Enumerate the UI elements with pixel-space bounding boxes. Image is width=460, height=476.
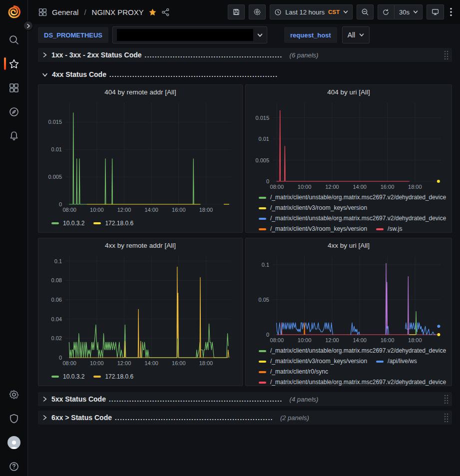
legend-item[interactable]: /api/live/ws: [376, 356, 417, 367]
sidebar-item-help[interactable]: [0, 460, 27, 473]
chevron-down-icon: [42, 72, 48, 77]
legend-item[interactable]: /_matrix/client/r0/sync: [259, 367, 328, 377]
legend-swatch: [259, 197, 266, 199]
gear-icon: [8, 389, 19, 400]
panel-title[interactable]: 4xx by remote addr [All]: [38, 238, 242, 252]
drag-dots-icon: [444, 394, 449, 404]
legend-swatch: [93, 376, 101, 378]
svg-text:12:00: 12:00: [325, 337, 339, 343]
panel-title[interactable]: 4xx by uri [All]: [246, 238, 452, 252]
legend-item[interactable]: /_matrix/client/v3/room_keys/version: [259, 356, 367, 367]
datasource-variable-dropdown[interactable]: [112, 26, 267, 43]
legend-item[interactable]: 10.0.3.2: [51, 372, 84, 382]
request-host-variable-label: request_host: [290, 31, 331, 39]
svg-text:0.08: 0.08: [51, 277, 62, 283]
row-drag-handle[interactable]: [444, 413, 449, 423]
sidebar-item-dashboards[interactable]: [0, 81, 27, 94]
refresh-icon: [382, 8, 390, 16]
svg-text:10:00: 10:00: [298, 184, 312, 190]
legend-item[interactable]: /_matrix/client/v3/room_keys/version: [259, 203, 367, 213]
panel-4xx-by-remote-addr: 4xx by remote addr [All] 08:0010:0012:00…: [38, 238, 243, 386]
svg-text:12:00: 12:00: [325, 184, 339, 190]
panel-title[interactable]: 404 by uri [All]: [246, 85, 452, 99]
sidebar-nav-top: [0, 33, 27, 142]
save-dashboard-button[interactable]: [228, 4, 245, 19]
breadcrumb-folder[interactable]: General: [52, 8, 78, 16]
legend-swatch: [259, 228, 266, 230]
svg-text:0: 0: [59, 355, 62, 361]
sidebar-item-starred[interactable]: [0, 57, 27, 70]
panel-404-by-remote-addr: 404 by remote addr [All] 08:0010:0012:00…: [38, 84, 243, 233]
legend-swatch: [376, 361, 384, 363]
timeseries-chart[interactable]: 08:0010:0012:0014:0016:0018:0000.0050.01…: [250, 99, 448, 191]
dashboard-row-5xx[interactable]: 5xx Status Code ........................…: [38, 392, 452, 406]
svg-text:08:00: 08:00: [270, 337, 284, 343]
row-panel-count: (6 panels): [290, 51, 319, 59]
apps-grid-icon: [38, 7, 47, 17]
time-range-picker[interactable]: Last 12 hours CST: [270, 4, 353, 19]
legend-item[interactable]: /_matrix/client/unstable/org.matrix.msc2…: [259, 346, 446, 356]
search-icon: [8, 34, 19, 45]
chevron-down-icon: [413, 10, 418, 14]
legend-item[interactable]: /_matrix/client/unstable/org.matrix.msc2…: [259, 192, 446, 203]
legend-item[interactable]: /sw.js: [376, 224, 402, 232]
legend-item[interactable]: 10.0.3.2: [51, 218, 84, 229]
row-panel-count: (2 panels): [280, 414, 309, 422]
timeseries-chart[interactable]: 08:0010:0012:0014:0016:0018:0000.0050.01…: [42, 99, 238, 214]
svg-text:16:00: 16:00: [381, 184, 395, 190]
refresh-interval-label: 30s: [399, 8, 410, 16]
timeseries-chart[interactable]: 08:0010:0012:0014:0016:0018:0000.050.1: [250, 252, 448, 345]
legend-item[interactable]: 172.18.0.6: [93, 372, 133, 382]
row-title-dots: ........................................…: [145, 51, 283, 59]
button-divider: [394, 5, 395, 19]
dashboard-row-1xx-3xx-2xx[interactable]: 1xx - 3xx - 2xx Status Code ............…: [38, 48, 452, 62]
row-title: 5xx Status Code: [51, 395, 106, 403]
sidebar-item-explore[interactable]: [0, 105, 27, 118]
expand-sidebar-button[interactable]: [23, 20, 33, 31]
request-host-variable-dropdown[interactable]: All: [342, 26, 370, 43]
legend-item[interactable]: /_matrix/client/v3/room_keys/version: [259, 224, 367, 232]
svg-text:0.01: 0.01: [51, 146, 62, 152]
dashboard-toolbar: Last 12 hours CST 30s: [228, 4, 454, 19]
row-title-dots: ........................................…: [115, 414, 273, 422]
dashboard-settings-button[interactable]: [249, 4, 266, 19]
dashboards-grid-icon: [8, 82, 19, 93]
legend-swatch: [93, 222, 101, 224]
refresh-button-group[interactable]: 30s: [378, 4, 423, 19]
legend-swatch: [376, 228, 384, 230]
sidebar-item-alerting[interactable]: [0, 129, 27, 142]
grafana-logo[interactable]: [6, 4, 22, 20]
breadcrumb-separator: /: [83, 8, 87, 16]
request-host-value: All: [348, 31, 356, 39]
timeseries-chart[interactable]: 08:0010:0012:0014:0016:0018:0000.020.040…: [42, 252, 238, 368]
legend-item[interactable]: /_matrix/client/unstable/org.matrix.msc2…: [259, 377, 446, 386]
clock-icon: [274, 8, 282, 16]
row-title-dots: ........................................…: [109, 71, 278, 78]
favorite-star-icon[interactable]: [148, 8, 157, 16]
main-area: General / NGINX PROXY Last 12 hours CST: [28, 0, 460, 476]
share-icon[interactable]: [161, 8, 170, 16]
sidebar-item-search[interactable]: [0, 33, 27, 46]
svg-text:0.1: 0.1: [54, 258, 62, 264]
dashboard-row-6xx[interactable]: 6xx > Status Code ......................…: [38, 411, 452, 425]
sidebar-item-configuration[interactable]: [0, 388, 27, 401]
dashboard-row-4xx[interactable]: 4xx Status Code ........................…: [38, 67, 452, 81]
legend-item[interactable]: 172.18.0.6: [93, 218, 133, 229]
svg-text:0: 0: [266, 178, 269, 184]
legend-item[interactable]: /_matrix/client/unstable/org.matrix.msc2…: [259, 213, 446, 224]
row-drag-handle[interactable]: [444, 50, 449, 60]
svg-text:0.01: 0.01: [259, 136, 269, 142]
svg-text:16:00: 16:00: [381, 337, 395, 343]
tv-mode-button[interactable]: [427, 4, 444, 19]
kebab-menu-icon: [450, 7, 452, 16]
svg-text:0.02: 0.02: [51, 335, 62, 341]
panel-title[interactable]: 404 by remote addr [All]: [38, 85, 242, 99]
more-options-button[interactable]: [448, 4, 454, 19]
sidebar-item-profile[interactable]: [0, 436, 27, 449]
zoom-out-time-button[interactable]: [357, 4, 374, 19]
chevron-right-icon: [42, 52, 47, 58]
breadcrumb: General / NGINX PROXY: [38, 7, 170, 17]
row-drag-handle[interactable]: [444, 394, 449, 404]
sidebar-item-server-admin[interactable]: [0, 412, 27, 425]
dashboard-canvas: 1xx - 3xx - 2xx Status Code ............…: [28, 46, 460, 476]
